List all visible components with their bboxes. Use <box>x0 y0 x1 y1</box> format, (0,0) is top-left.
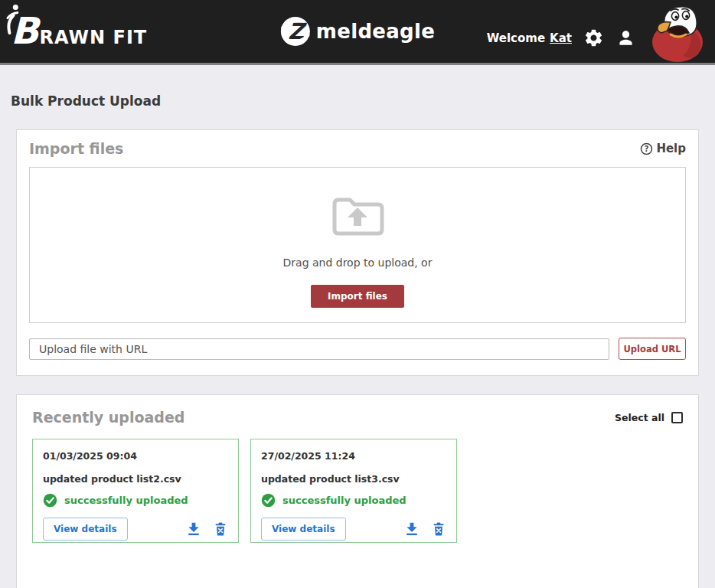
file-timestamp: 27/02/2025 11:24 <box>261 450 446 462</box>
view-details-button[interactable]: View details <box>261 518 346 541</box>
brand-center-label: meldeagle <box>316 20 435 43</box>
file-status: successfully uploaded <box>261 493 446 508</box>
help-icon <box>640 142 653 155</box>
check-circle-icon <box>43 493 57 508</box>
gear-icon[interactable] <box>583 28 604 48</box>
file-status-label: successfully uploaded <box>64 495 188 506</box>
meldeagle-icon <box>280 16 311 47</box>
welcome-message: Welcome Kat <box>487 31 572 45</box>
file-status-label: successfully uploaded <box>282 495 406 506</box>
brawn-fit-logo[interactable]: BRAWN FIT <box>11 12 147 49</box>
download-icon[interactable] <box>403 521 420 537</box>
file-card: 01/03/2025 09:04 updated product list2.c… <box>32 439 239 543</box>
recently-uploaded-card: Recently uploaded Select all 01/03/2025 … <box>16 394 699 588</box>
file-actions: View details <box>43 518 228 541</box>
view-details-button[interactable]: View details <box>43 518 128 541</box>
username-link[interactable]: Kat <box>550 31 572 45</box>
file-status: successfully uploaded <box>43 493 228 508</box>
file-card-list: 01/03/2025 09:04 updated product list2.c… <box>32 439 683 543</box>
import-files-button[interactable]: Import files <box>311 285 404 308</box>
delete-icon[interactable] <box>213 521 228 537</box>
drag-drop-zone[interactable]: Drag and drop to upload, or Import files <box>29 167 686 323</box>
welcome-text: Welcome <box>487 31 545 45</box>
help-label: Help <box>656 142 686 155</box>
user-icon[interactable] <box>615 28 636 48</box>
check-circle-icon <box>261 493 276 508</box>
select-all-checkbox[interactable] <box>671 412 683 423</box>
select-all-control: Select all <box>615 412 683 423</box>
brand-left-label: BRAWN FIT <box>11 12 147 49</box>
upload-url-input[interactable] <box>29 338 609 360</box>
page-title: Bulk Product Upload <box>0 65 715 109</box>
folder-upload-icon <box>328 194 387 239</box>
url-upload-row: Upload URL <box>29 338 686 360</box>
header-right-cluster: Welcome Kat <box>487 0 709 65</box>
dropzone-text: Drag and drop to upload, or <box>283 256 433 269</box>
upload-url-button[interactable]: Upload URL <box>619 338 686 360</box>
recently-uploaded-title: Recently uploaded <box>32 409 184 426</box>
file-name: updated product list2.csv <box>43 473 228 485</box>
file-actions: View details <box>261 518 446 541</box>
file-timestamp: 01/03/2025 09:04 <box>43 450 228 462</box>
file-card: 27/02/2025 11:24 updated product list3.c… <box>250 439 457 543</box>
app-header: BRAWN FIT meldeagle Welcome Kat <box>0 0 715 65</box>
help-link[interactable]: Help <box>640 142 686 155</box>
select-all-label: Select all <box>615 412 664 423</box>
import-files-card: Import files Help Drag and drop to uploa… <box>16 129 699 376</box>
download-icon[interactable] <box>185 521 202 537</box>
import-files-title: Import files <box>29 140 123 157</box>
delete-icon[interactable] <box>431 521 446 537</box>
file-name: updated product list3.csv <box>261 473 446 485</box>
meldeagle-logo[interactable]: meldeagle <box>280 16 435 47</box>
eagle-avatar[interactable] <box>648 2 709 64</box>
